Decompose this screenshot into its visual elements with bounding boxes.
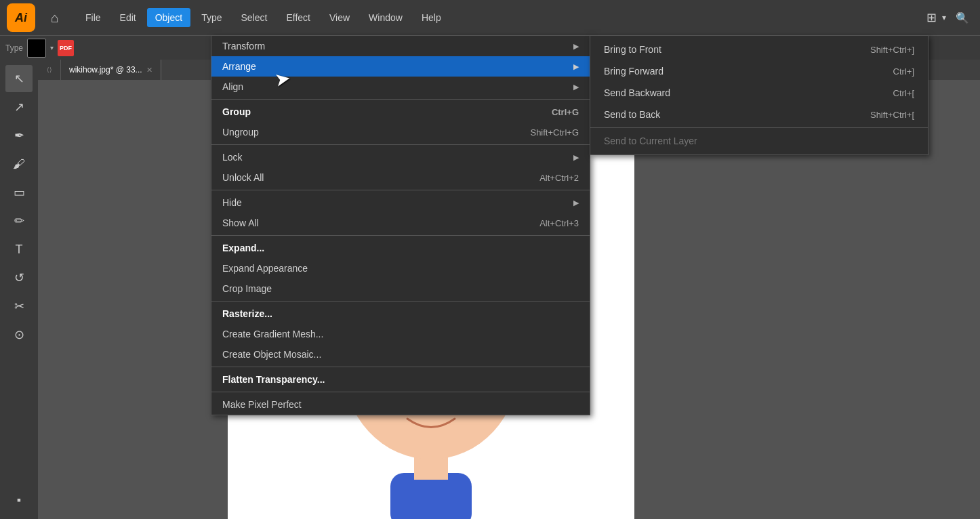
submenu-send-to-layer: Send to Current Layer — [590, 130, 928, 152]
arrow-icon-align: ▶ — [573, 83, 579, 91]
menu-item-lock[interactable]: Lock ▶ — [211, 147, 590, 167]
object-menu-dropdown: Transform ▶ Arrange ▶ Align ▶ Group Ctrl… — [211, 35, 590, 415]
separator-6 — [211, 367, 590, 367]
scissors-tool[interactable]: ✂ — [5, 293, 33, 320]
menu-select[interactable]: Select — [233, 8, 276, 27]
arrow-icon-arrange: ▶ — [573, 62, 579, 71]
menu-item-object-mosaic[interactable]: Create Object Mosaic... — [211, 344, 590, 365]
menu-window[interactable]: Window — [361, 8, 411, 27]
menu-item-transform[interactable]: Transform ▶ — [211, 36, 590, 56]
menu-item-arrange[interactable]: Arrange ▶ — [211, 56, 590, 77]
menu-item-show-all[interactable]: Show All Alt+Ctrl+3 — [211, 213, 590, 233]
menu-edit[interactable]: Edit — [112, 8, 144, 27]
separator-5 — [211, 301, 590, 302]
menu-item-crop-image[interactable]: Crop Image — [211, 278, 590, 299]
separator-3 — [211, 190, 590, 190]
separator-7 — [211, 392, 590, 392]
menu-item-ungroup[interactable]: Ungroup Shift+Ctrl+G — [211, 122, 590, 142]
color-dropdown-arrow[interactable]: ▾ — [50, 44, 54, 51]
panel-toggle[interactable]: ⟨⟩ — [38, 60, 61, 80]
menu-bar: Ai ⌂ File Edit Object Type Select Effect… — [0, 0, 980, 35]
lasso-tool[interactable]: ⊙ — [5, 321, 33, 348]
direct-selection-tool[interactable]: ↗ — [5, 94, 33, 121]
arrange-submenu: Bring to Front Shift+Ctrl+] Bring Forwar… — [590, 35, 928, 155]
tab-wikihow[interactable]: wikihow.jpg* @ 33... ✕ — [61, 60, 161, 80]
menu-item-gradient-mesh[interactable]: Create Gradient Mesh... — [211, 324, 590, 344]
tab-close-icon[interactable]: ✕ — [146, 66, 152, 75]
arrow-icon-hide: ▶ — [573, 199, 579, 207]
menu-file[interactable]: File — [77, 8, 109, 27]
type-tool[interactable]: T — [5, 236, 33, 263]
menu-item-pixel-perfect[interactable]: Make Pixel Perfect — [211, 394, 590, 415]
left-toolbar: ↖ ↗ ✒ 🖌 ▭ ✏ T ↺ ✂ ⊙ ▪ — [0, 60, 38, 519]
menu-item-expand[interactable]: Expand... — [211, 238, 590, 258]
menu-effect[interactable]: Effect — [278, 8, 319, 27]
submenu-bring-forward[interactable]: Bring Forward Ctrl+] — [590, 60, 928, 82]
separator-1 — [211, 99, 590, 100]
layout-icon[interactable]: ⊞ — [926, 10, 937, 25]
menu-item-hide[interactable]: Hide ▶ — [211, 192, 590, 213]
menu-item-expand-appearance[interactable]: Expand Appearance — [211, 258, 590, 278]
tab-label: wikihow.jpg* @ 33... — [69, 65, 142, 75]
submenu-send-backward[interactable]: Send Backward Ctrl+[ — [590, 82, 928, 104]
menu-item-group[interactable]: Group Ctrl+G — [211, 102, 590, 122]
menu-item-unlock-all[interactable]: Unlock All Alt+Ctrl+2 — [211, 167, 590, 188]
separator-4 — [211, 235, 590, 236]
pencil-tool[interactable]: ✏ — [5, 207, 33, 234]
submenu-bring-to-front[interactable]: Bring to Front Shift+Ctrl+] — [590, 39, 928, 60]
menu-item-flatten-transparency[interactable]: Flatten Transparency... — [211, 369, 590, 390]
selection-tool[interactable]: ↖ — [5, 65, 33, 92]
arrow-icon-lock: ▶ — [573, 153, 579, 162]
svg-rect-0 — [390, 473, 472, 519]
brush-tool[interactable]: 🖌 — [5, 150, 33, 178]
type-label: Type — [5, 43, 23, 53]
menu-type[interactable]: Type — [193, 8, 230, 27]
menu-object[interactable]: Object — [147, 8, 190, 27]
home-button[interactable]: ⌂ — [42, 5, 68, 30]
rotate-tool[interactable]: ↺ — [5, 264, 33, 291]
arrow-icon: ▶ — [573, 42, 579, 51]
square-tool-2[interactable]: ▪ — [5, 486, 33, 514]
menu-item-align[interactable]: Align ▶ — [211, 77, 590, 97]
color-swatch[interactable] — [27, 39, 46, 58]
menu-view[interactable]: View — [321, 8, 358, 27]
pdf-icon: PDF — [58, 40, 74, 56]
menu-help[interactable]: Help — [413, 8, 449, 27]
submenu-send-to-back[interactable]: Send to Back Shift+Ctrl+[ — [590, 104, 928, 125]
pen-tool[interactable]: ✒ — [5, 122, 33, 149]
chevron-down-icon[interactable]: ▾ — [942, 13, 946, 22]
submenu-separator — [590, 127, 928, 128]
menu-right-area: ⊞ ▾ 🔍 — [926, 7, 973, 28]
separator-2 — [211, 144, 590, 145]
app-logo: Ai — [7, 3, 35, 32]
menu-item-rasterize[interactable]: Rasterize... — [211, 304, 590, 324]
search-icon[interactable]: 🔍 — [952, 7, 973, 28]
rectangle-tool[interactable]: ▭ — [5, 179, 33, 206]
